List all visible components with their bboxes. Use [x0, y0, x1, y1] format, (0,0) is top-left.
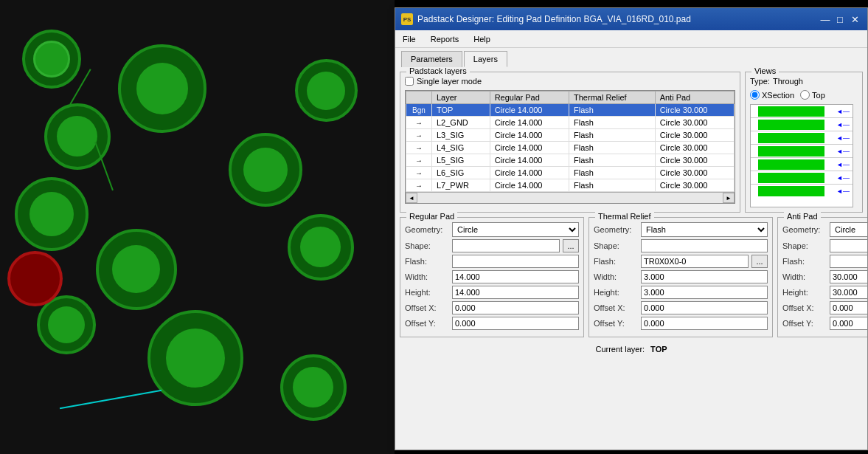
anti-offset-x-input[interactable]: 0.000	[830, 301, 867, 314]
thermal-geometry-label: Geometry:	[594, 225, 638, 234]
padstack-layers-group: Padstack layers Single layer mode Layer …	[400, 72, 740, 213]
row-anti-pad: Circle 30.000	[655, 154, 734, 167]
anti-width-label: Width:	[782, 272, 827, 281]
padstack-designer-dialog: PS Padstack Designer: Editing Pad Defini…	[395, 7, 868, 450]
top-radio-label[interactable]: Top	[800, 90, 825, 100]
scroll-track[interactable]	[417, 193, 723, 203]
width-label: Width:	[405, 272, 449, 281]
anti-offset-y-label: Offset Y:	[782, 319, 827, 328]
anti-shape-input[interactable]	[830, 239, 867, 252]
row-indicator: →	[406, 167, 432, 179]
thermal-offset-x-input[interactable]: 0.000	[641, 301, 768, 314]
table-row[interactable]: → L6_SIG Circle 14.000 Flash Circle 30.0…	[406, 167, 735, 179]
anti-offset-x-row: Offset X: 0.000	[782, 301, 867, 314]
thermal-flash-browse-btn[interactable]: ...	[751, 255, 768, 268]
tab-layers[interactable]: Layers	[464, 51, 507, 67]
col-thermal-relief: Thermal Relief	[569, 92, 656, 104]
single-layer-label: Single layer mode	[417, 77, 482, 86]
anti-width-row: Width: 30.000	[782, 270, 867, 283]
geometry-label: Geometry:	[405, 225, 449, 234]
thermal-relief-legend: Thermal Relief	[595, 212, 654, 221]
offset-x-row: Offset X: 0.000	[405, 301, 579, 314]
row-regular-pad: Circle 14.000	[490, 154, 569, 167]
scroll-left-arrow[interactable]: ◄	[406, 193, 417, 203]
geometry-select[interactable]: Circle	[452, 222, 579, 237]
table-row[interactable]: → L2_GND Circle 14.000 Flash Circle 30.0…	[406, 117, 735, 129]
top-radio[interactable]	[800, 90, 810, 100]
row-thermal-relief: Flash	[569, 104, 656, 117]
row-regular-pad: Circle 14.000	[490, 167, 569, 179]
thermal-offset-y-label: Offset Y:	[594, 319, 638, 328]
row-layer: L6_SIG	[432, 167, 490, 179]
anti-width-input[interactable]: 30.000	[830, 270, 867, 283]
table-row[interactable]: → L3_SIG Circle 14.000 Flash Circle 30.0…	[406, 129, 735, 142]
thermal-flash-input[interactable]: TR0X0X0-0	[641, 255, 749, 268]
type-row: Type: Through	[750, 77, 858, 86]
offset-y-input[interactable]: 0.000	[452, 317, 579, 330]
menu-help[interactable]: Help	[471, 33, 493, 45]
layer-table-body: Bgn TOP Circle 14.000 Flash Circle 30.00…	[406, 104, 735, 192]
tab-parameters[interactable]: Parameters	[401, 51, 462, 67]
row-indicator: →	[406, 117, 432, 129]
row-anti-pad: Circle 30.000	[655, 179, 734, 192]
menu-reports[interactable]: Reports	[428, 33, 462, 45]
row-indicator: →	[406, 142, 432, 154]
xsection-radio[interactable]	[750, 90, 760, 100]
anti-geometry-select[interactable]: Circle	[830, 222, 867, 237]
scroll-right-arrow[interactable]: ►	[723, 193, 735, 203]
menu-file[interactable]: File	[400, 33, 419, 45]
shape-browse-btn[interactable]: ...	[563, 239, 579, 252]
height-input[interactable]: 14.000	[452, 286, 579, 299]
row-layer: L7_PWR	[432, 179, 490, 192]
dialog-title: Padstack Designer: Editing Pad Definitio…	[417, 14, 691, 24]
thermal-shape-input[interactable]	[641, 239, 768, 252]
row-thermal-relief: Flash	[569, 117, 656, 129]
width-input[interactable]: 14.000	[452, 270, 579, 283]
anti-offset-y-input[interactable]: 0.000	[830, 317, 867, 330]
row-thermal-relief: Flash	[569, 142, 656, 154]
thermal-offset-y-input[interactable]: 0.000	[641, 317, 768, 330]
offset-y-label: Offset Y:	[405, 319, 449, 328]
maximize-button[interactable]: □	[833, 13, 847, 26]
row-layer: TOP	[432, 104, 490, 117]
shape-input[interactable]	[452, 239, 560, 252]
anti-flash-label: Flash:	[782, 257, 827, 266]
anti-flash-row: Flash:	[782, 255, 867, 268]
row-layer: L5_SIG	[432, 154, 490, 167]
row-regular-pad: Circle 14.000	[490, 104, 569, 117]
single-layer-checkbox[interactable]	[405, 77, 414, 86]
anti-offset-x-label: Offset X:	[782, 303, 827, 312]
height-row: Height: 14.000	[405, 286, 579, 299]
thermal-offset-y-row: Offset Y: 0.000	[594, 317, 768, 330]
pcb-background	[0, 0, 395, 454]
anti-height-input[interactable]: 30.000	[830, 286, 867, 299]
thermal-height-input[interactable]: 3.000	[641, 286, 768, 299]
table-row[interactable]: Bgn TOP Circle 14.000 Flash Circle 30.00…	[406, 104, 735, 117]
thermal-shape-label: Shape:	[594, 241, 638, 250]
row-anti-pad: Circle 30.000	[655, 167, 734, 179]
title-bar: PS Padstack Designer: Editing Pad Defini…	[395, 8, 867, 30]
anti-offset-y-row: Offset Y: 0.000	[782, 317, 867, 330]
thermal-geometry-select[interactable]: Flash	[641, 222, 768, 237]
table-row[interactable]: → L4_SIG Circle 14.000 Flash Circle 30.0…	[406, 142, 735, 154]
close-button[interactable]: ✕	[848, 13, 861, 26]
xsection-radio-label[interactable]: XSection	[750, 90, 794, 100]
anti-geometry-row: Geometry: Circle	[782, 222, 867, 237]
thermal-height-label: Height:	[594, 288, 638, 297]
table-row[interactable]: → L7_PWR Circle 14.000 Flash Circle 30.0…	[406, 179, 735, 192]
minimize-button[interactable]: —	[819, 13, 832, 26]
anti-shape-row: Shape: ...	[782, 239, 867, 252]
thermal-width-input[interactable]: 3.000	[641, 270, 768, 283]
offset-x-input[interactable]: 0.000	[452, 301, 579, 314]
flash-input[interactable]	[452, 255, 579, 268]
row-anti-pad: Circle 30.000	[655, 142, 734, 154]
anti-pad-legend: Anti Pad	[784, 212, 821, 221]
flash-row: Flash:	[405, 255, 579, 268]
table-row[interactable]: → L5_SIG Circle 14.000 Flash Circle 30.0…	[406, 154, 735, 167]
layer-table: Layer Regular Pad Thermal Relief Anti Pa…	[406, 91, 735, 192]
thermal-shape-row: Shape:	[594, 239, 768, 252]
anti-flash-input[interactable]	[830, 255, 867, 268]
row-layer: L3_SIG	[432, 129, 490, 142]
col-regular-pad: Regular Pad	[490, 92, 569, 104]
row-thermal-relief: Flash	[569, 129, 656, 142]
